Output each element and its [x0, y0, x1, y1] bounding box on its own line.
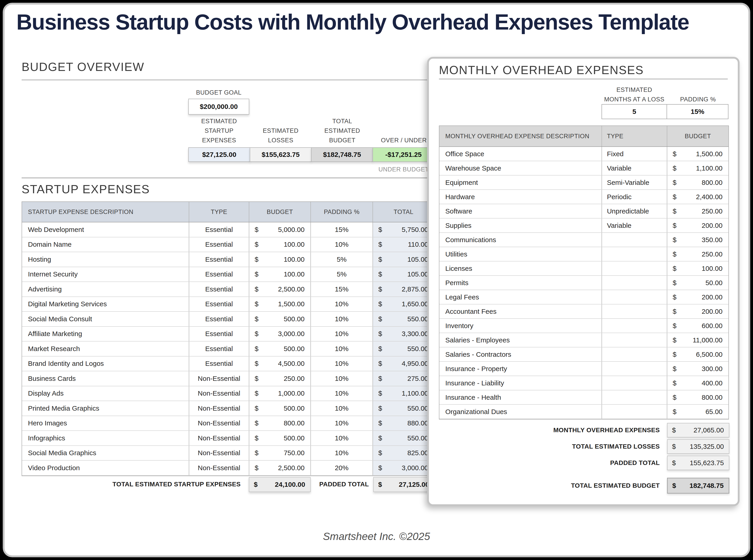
- expense-description-cell: Social Media Consult: [22, 312, 189, 326]
- budget-amount: 6,500.00: [696, 351, 722, 358]
- total-amount: 825.00: [407, 449, 428, 457]
- startup-expenses-table: STARTUP EXPENSE DESCRIPTION TYPE BUDGET …: [22, 201, 435, 476]
- monthly-expense-row: Office Space Fixed $ 1,500.00: [439, 147, 729, 161]
- currency-symbol: $: [255, 360, 259, 367]
- budget-amount: 800.00: [283, 419, 304, 427]
- currency-symbol: $: [673, 279, 677, 287]
- total-amount: 275.00: [407, 375, 428, 382]
- budget-goal-label: BUDGET GOAL: [188, 88, 249, 97]
- expense-total-cell: $ 4,950.00: [373, 357, 434, 371]
- expense-description-cell: Salaries - Contractors: [439, 347, 601, 361]
- expense-total-cell: $ 1,650.00: [373, 297, 434, 312]
- expense-padding-cell: 10%: [311, 416, 372, 431]
- expense-budget-cell: $ 1,100.00: [667, 161, 729, 175]
- expense-budget-cell: $ 65.00: [667, 405, 729, 419]
- metric-labels-row: ESTIMATED STARTUP EXPENSES ESTIMATED LOS…: [188, 107, 435, 145]
- startup-expense-row: Domain Name Essential $ 100.00 10% $ 110…: [22, 237, 434, 253]
- startup-expense-row: Advertising Essential $ 2,500.00 15% $ 2…: [22, 282, 434, 297]
- expense-total-cell: $ 3,300.00: [373, 327, 434, 341]
- expense-description-cell: Affiliate Marketing: [22, 327, 189, 341]
- expense-budget-cell: $ 800.00: [249, 416, 311, 431]
- currency-symbol: $: [673, 250, 677, 258]
- total-amount: 4,950.00: [402, 360, 428, 367]
- expense-total-cell: $ 3,000.00: [373, 461, 434, 475]
- expense-type-cell: [601, 391, 667, 404]
- expense-type-cell: Periodic: [601, 190, 667, 204]
- startup-expense-row: Digital Marketing Services Essential $ 1…: [22, 297, 434, 312]
- expense-padding-cell: 10%: [311, 371, 372, 386]
- expense-budget-cell: $ 2,500.00: [249, 282, 311, 297]
- padding-percent-input[interactable]: 15%: [667, 104, 729, 119]
- startup-expense-row: Internet Security Essential $ 100.00 5% …: [22, 267, 434, 282]
- expense-description-cell: Web Development: [22, 222, 189, 237]
- currency-symbol: $: [673, 394, 677, 401]
- expense-budget-cell: $ 11,000.00: [667, 333, 729, 347]
- expense-budget-cell: $ 500.00: [249, 312, 311, 326]
- expense-description-cell: Permits: [439, 276, 601, 290]
- expense-budget-cell: $ 250.00: [249, 371, 311, 386]
- expense-budget-cell: $ 6,500.00: [667, 347, 729, 361]
- expense-type-cell: [601, 319, 667, 333]
- expense-type-cell: Non-Essential: [189, 371, 249, 386]
- startup-expense-row: Hosting Essential $ 100.00 5% $ 105.00: [22, 252, 434, 267]
- total-amount: 2,875.00: [402, 285, 428, 293]
- budget-amount: 300.00: [701, 365, 722, 373]
- expense-budget-cell: $ 100.00: [249, 267, 311, 282]
- expense-total-cell: $ 1,100.00: [373, 386, 434, 401]
- expense-budget-cell: $ 1,500.00: [667, 147, 729, 161]
- monthly-overhead-amount: 27,065.00: [694, 426, 724, 434]
- expense-type-cell: Essential: [189, 341, 249, 356]
- expense-padding-cell: 15%: [311, 282, 372, 297]
- total-estimated-losses-label: TOTAL ESTIMATED LOSSES: [497, 443, 660, 450]
- expense-type-cell: Essential: [189, 252, 249, 267]
- monthly-expense-row: Insurance - Property $ 300.00: [439, 362, 729, 376]
- expense-budget-cell: $ 400.00: [667, 376, 729, 390]
- budget-amount: 800.00: [701, 394, 722, 401]
- expense-type-cell: [601, 261, 667, 275]
- currency-symbol: $: [673, 365, 677, 373]
- padded-total-value: $ 27,125.00: [373, 477, 435, 492]
- expense-type-cell: Essential: [189, 327, 249, 341]
- currency-symbol: $: [378, 285, 382, 293]
- total-amount: 110.00: [408, 241, 428, 248]
- startup-expense-row: Hero Images Non-Essential $ 800.00 10% $…: [22, 416, 434, 431]
- monthly-expense-row: Inventory $ 600.00: [439, 319, 729, 333]
- padding-percent-label: PADDING %: [667, 81, 729, 104]
- expense-description-cell: Communications: [439, 233, 601, 247]
- budget-amount: 500.00: [283, 345, 304, 353]
- expense-padding-cell: 10%: [311, 297, 372, 312]
- total-amount: 550.00: [407, 345, 428, 353]
- budget-amount: 250.00: [283, 375, 304, 382]
- total-estimated-budget-label: TOTAL ESTIMATED BUDGET: [497, 482, 660, 489]
- monthly-overhead-heading: MONTHLY OVERHEAD EXPENSES: [439, 63, 644, 77]
- budget-amount: 65.00: [706, 408, 722, 416]
- expense-budget-cell: $ 4,500.00: [249, 357, 311, 371]
- expense-budget-cell: $ 800.00: [667, 176, 729, 189]
- monthly-expense-row: Utilities $ 250.00: [439, 247, 729, 261]
- expense-padding-cell: 10%: [311, 357, 372, 371]
- expense-description-cell: Legal Fees: [439, 290, 601, 304]
- monthly-overhead-panel: MONTHLY OVERHEAD EXPENSES ESTIMATED MONT…: [427, 57, 739, 506]
- startup-expense-row: Social Media Consult Essential $ 500.00 …: [22, 312, 434, 327]
- footer-credit: Smartsheet Inc. ©2025: [3, 530, 750, 542]
- expense-description-cell: Printed Media Graphics: [22, 401, 189, 416]
- budget-amount: 11,000.00: [693, 336, 722, 344]
- expense-type-cell: [601, 376, 667, 390]
- currency-symbol: $: [255, 345, 259, 353]
- monthly-input-labels: ESTIMATED MONTHS AT A LOSS PADDING %: [601, 81, 729, 104]
- currency-symbol: $: [254, 481, 258, 488]
- expense-total-cell: $ 5,750.00: [373, 222, 434, 237]
- monthly-expense-row: Salaries - Employees $ 11,000.00: [439, 333, 729, 347]
- currency-symbol: $: [378, 256, 382, 263]
- expense-description-cell: Display Ads: [22, 386, 189, 401]
- expense-type-cell: Variable: [601, 161, 667, 175]
- total-amount: 3,300.00: [402, 330, 428, 338]
- expense-type-cell: [601, 290, 667, 304]
- budget-amount: 5,000.00: [278, 226, 304, 234]
- estimated-months-at-loss-input[interactable]: 5: [601, 104, 667, 119]
- total-amount: 550.00: [407, 404, 428, 412]
- expense-budget-cell: $ 100.00: [667, 261, 729, 275]
- expense-padding-cell: 15%: [311, 222, 372, 237]
- currency-symbol: $: [378, 300, 382, 308]
- currency-symbol: $: [378, 315, 382, 323]
